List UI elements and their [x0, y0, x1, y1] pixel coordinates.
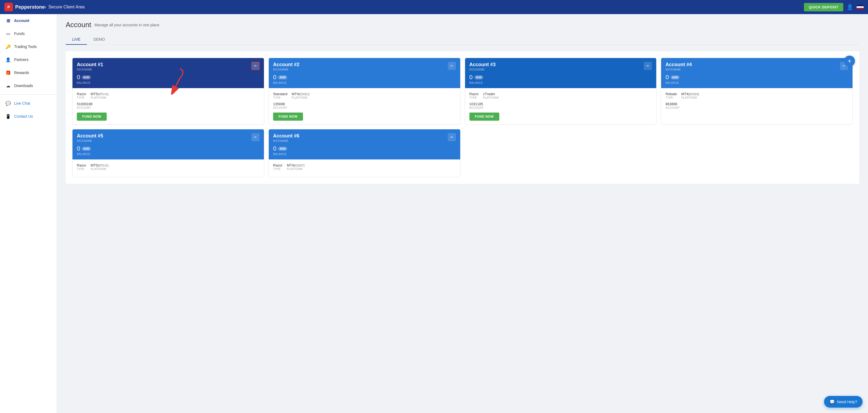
card-header-acc2: Account #2 NICKNAME 0 AUD BALANCE ✏	[269, 58, 460, 88]
card-edit-button-acc5[interactable]: ✏	[251, 133, 259, 141]
user-profile-icon[interactable]: 👤	[846, 4, 853, 10]
card-balance-acc2: 0	[273, 74, 276, 81]
account-card-acc4: Account #4 NICKNAME 0 AUD BALANCE ✏ Reba…	[661, 58, 853, 125]
account-card-acc3: Account #3 NICKNAME 0 AUD BALANCE ✏ Razo…	[465, 58, 657, 125]
page-header: Account Manage all your accounts in one …	[66, 21, 859, 29]
quick-deposit-button[interactable]: QUICK DEPOSIT	[804, 3, 843, 11]
balance-label-acc4: BALANCE	[665, 81, 692, 84]
card-edit-button-acc6[interactable]: ✏	[448, 133, 456, 141]
logo-area: P Pepperstone	[4, 3, 45, 11]
card-currency-acc2: AUD	[278, 75, 287, 79]
page-subtitle: Manage all your accounts in one place.	[94, 23, 160, 27]
language-flag-icon[interactable]	[857, 5, 864, 9]
card-currency-acc5: AUD	[82, 147, 91, 151]
sidebar-item-contact-us[interactable]: 📱 Contact Us	[0, 110, 57, 123]
sidebar-label-account: Account	[14, 19, 29, 23]
gift-icon: 🎁	[5, 70, 11, 75]
card-currency-acc3: AUD	[474, 75, 484, 79]
add-account-button[interactable]: +	[844, 56, 855, 66]
accounts-row-1: Account #1 NICKNAME 0 AUD BALANCE ✏ Razo…	[72, 58, 853, 125]
sidebar-label-live-chat: Live Chat	[14, 101, 30, 105]
top-navigation: P Pepperstone ‹ Secure Client Area QUICK…	[0, 0, 868, 14]
main-content: Account Manage all your accounts in one …	[57, 14, 868, 413]
sidebar-item-rewards[interactable]: 🎁 Rewards	[0, 66, 57, 79]
nav-title: Secure Client Area	[48, 5, 85, 9]
fund-now-button-acc3[interactable]: FUND NOW	[469, 112, 499, 121]
main-layout: ⊞ Account ▭ Funds 🔑 Trading Tools 👤 Part…	[0, 14, 868, 413]
card-currency-acc4: AUD	[671, 75, 680, 79]
balance-label-acc1: BALANCE	[77, 81, 103, 84]
cards-wrapper: + Account #1 NICKNAME	[66, 51, 859, 184]
sidebar-item-trading-tools[interactable]: 🔑 Trading Tools	[0, 40, 57, 53]
sidebar-divider	[0, 94, 57, 95]
layers-icon: ⊞	[5, 18, 11, 23]
sidebar-label-partners: Partners	[14, 58, 29, 62]
card-header-acc6: Account #6 NICKNAME 0 AUD BALANCE ✏	[269, 129, 460, 160]
card-title-acc2: Account #2	[273, 62, 300, 68]
card-edit-button-acc1[interactable]: ✏	[251, 62, 259, 70]
card-edit-button-acc2[interactable]: ✏	[448, 62, 456, 70]
cloud-icon: ☁	[5, 83, 11, 89]
balance-label-acc6: BALANCE	[273, 153, 300, 156]
logo-text: Pepperstone	[15, 4, 45, 10]
card-nickname-label-acc2: NICKNAME	[273, 68, 300, 71]
card-nickname-label-acc6: NICKNAME	[273, 139, 300, 142]
sidebar: ⊞ Account ▭ Funds 🔑 Trading Tools 👤 Part…	[0, 14, 57, 413]
nav-right-area: QUICK DEPOSIT 👤	[804, 3, 864, 11]
card-title-acc5: Account #5	[77, 133, 103, 139]
balance-label-acc3: BALANCE	[469, 81, 496, 84]
account-card-acc2: Account #2 NICKNAME 0 AUD BALANCE ✏ Stan…	[269, 58, 461, 125]
sidebar-label-trading-tools: Trading Tools	[14, 44, 37, 49]
card-header-acc3: Account #3 NICKNAME 0 AUD BALANCE ✏	[465, 58, 656, 88]
sidebar-item-account[interactable]: ⊞ Account	[0, 14, 57, 27]
card-currency-acc1: AUD	[82, 75, 91, 79]
card-title-acc4: Account #4	[665, 62, 692, 68]
card-balance-acc1: 0	[77, 74, 80, 81]
chat-bubble-icon: 💬	[830, 399, 835, 404]
card-nickname-label-acc4: NICKNAME	[665, 68, 692, 71]
sidebar-item-funds[interactable]: ▭ Funds	[0, 27, 57, 40]
card-header-acc1: Account #1 NICKNAME 0 AUD BALANCE ✏	[72, 58, 264, 88]
need-help-button[interactable]: 💬 Need Help?	[824, 396, 863, 408]
sidebar-label-funds: Funds	[14, 31, 25, 36]
fund-now-button-acc1[interactable]: FUND NOW	[77, 112, 107, 121]
card-header-acc4: Account #4 NICKNAME 0 AUD BALANCE ✏	[661, 58, 852, 88]
card-title-acc3: Account #3	[469, 62, 496, 68]
card-title-acc1: Account #1	[77, 62, 103, 68]
wallet-icon: ▭	[5, 31, 11, 36]
card-currency-acc6: AUD	[278, 147, 287, 151]
card-balance-acc5: 0	[77, 145, 80, 152]
balance-label-acc5: BALANCE	[77, 153, 103, 156]
card-nickname-label-acc5: NICKNAME	[77, 139, 103, 142]
card-header-acc5: Account #5 NICKNAME 0 AUD BALANCE ✏	[72, 129, 264, 160]
sidebar-item-live-chat[interactable]: 💬 Live Chat	[0, 97, 57, 110]
card-title-acc6: Account #6	[273, 133, 300, 139]
card-balance-acc3: 0	[469, 74, 473, 81]
card-edit-button-acc3[interactable]: ✏	[644, 62, 652, 70]
card-nickname-label-acc1: NICKNAME	[77, 68, 103, 71]
sidebar-label-downloads: Downloads	[14, 83, 33, 88]
tab-demo[interactable]: DEMO	[87, 34, 111, 45]
account-tabs: LIVE DEMO	[66, 34, 859, 45]
fund-now-button-acc2[interactable]: FUND NOW	[273, 112, 303, 121]
account-card-acc5: Account #5 NICKNAME 0 AUD BALANCE ✏ Razo…	[72, 129, 264, 177]
account-card-acc6: Account #6 NICKNAME 0 AUD BALANCE ✏ Razo…	[269, 129, 461, 177]
card-nickname-label-acc3: NICKNAME	[469, 68, 496, 71]
person-icon: 👤	[5, 57, 11, 62]
logo-icon: P	[4, 3, 13, 11]
sidebar-label-rewards: Rewards	[14, 70, 29, 75]
card-balance-acc4: 0	[665, 74, 669, 81]
sidebar-item-partners[interactable]: 👤 Partners	[0, 53, 57, 66]
account-card-acc1: Account #1 NICKNAME 0 AUD BALANCE ✏ Razo…	[72, 58, 264, 125]
back-arrow-icon: ‹	[45, 5, 46, 9]
sidebar-item-downloads[interactable]: ☁ Downloads	[0, 79, 57, 92]
sidebar-label-contact-us: Contact Us	[14, 114, 33, 118]
card-balance-acc6: 0	[273, 145, 276, 152]
accounts-row-2: Account #5 NICKNAME 0 AUD BALANCE ✏ Razo…	[72, 129, 853, 177]
key-icon: 🔑	[5, 44, 11, 49]
help-button-label: Need Help?	[837, 400, 857, 404]
balance-label-acc2: BALANCE	[273, 81, 300, 84]
tab-live[interactable]: LIVE	[66, 34, 87, 45]
phone-icon: 📱	[5, 114, 11, 119]
page-title: Account	[66, 21, 91, 29]
